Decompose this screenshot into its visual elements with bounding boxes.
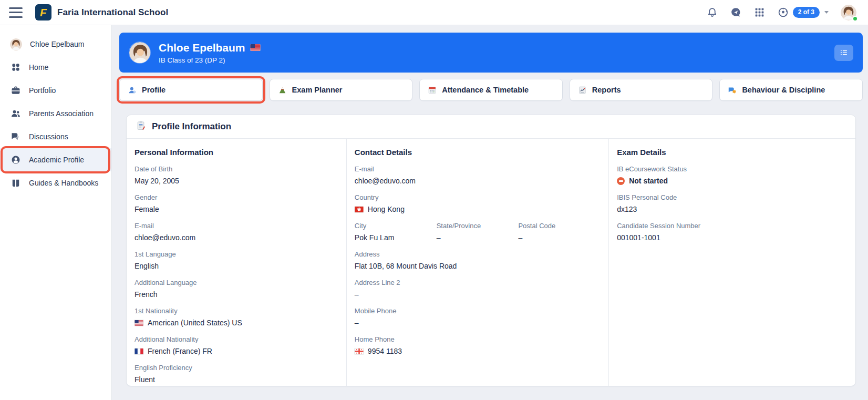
student-name: Chloe Epelbaum xyxy=(159,41,245,54)
school-name: Faria International School xyxy=(57,7,168,18)
logo-letter: F xyxy=(40,7,47,18)
sidebar-item-label: Discussions xyxy=(29,132,68,141)
field-1st-language: 1st Language English xyxy=(135,250,338,270)
student-class: IB Class of 23 (DP 2) xyxy=(159,56,261,64)
tab-behaviour-discipline[interactable]: Behaviour & Discipline xyxy=(719,79,863,101)
field-address-line-2: Address Line 2 – xyxy=(355,279,600,299)
faria-logo-icon: F xyxy=(35,4,51,20)
hong-kong-flag-icon xyxy=(355,207,364,212)
field-country: Country Hong Kong xyxy=(355,193,600,213)
tab-reports[interactable]: Reports xyxy=(570,79,713,101)
top-bar: F Faria International School 2 of 3 xyxy=(0,0,868,25)
card-body: Personal Information Date of Birth May 2… xyxy=(127,139,855,386)
field-date-of-birth: Date of Birth May 20, 2005 xyxy=(135,165,338,185)
sidebar: Chloe Epelbaum Home Portfolio Parents As… xyxy=(0,25,112,400)
field-mobile-phone: Mobile Phone – xyxy=(355,307,600,327)
sidebar-item-label: Home xyxy=(29,63,48,71)
sidebar-item-guides-handbooks[interactable]: Guides & Handbooks xyxy=(0,171,111,194)
sidebar-item-academic-profile[interactable]: Academic Profile xyxy=(0,148,111,171)
field-postal-code: Postal Code – xyxy=(518,222,600,242)
language-count-badge: 2 of 3 xyxy=(793,7,820,17)
mountain-icon xyxy=(278,86,287,95)
speech-bubbles-icon xyxy=(728,86,737,95)
home-grid-icon xyxy=(10,62,21,73)
messages-icon[interactable] xyxy=(730,7,742,18)
georgia-flag-icon xyxy=(355,348,364,354)
online-status-dot xyxy=(852,16,858,22)
chevron-down-icon xyxy=(824,11,829,14)
student-tabs: Profile Exam Planner Attendance & Timeta… xyxy=(119,79,863,101)
field-additional-language: Additional Language French xyxy=(135,279,338,299)
profile-person-icon xyxy=(128,86,137,95)
field-address: Address Flat 10B, 68 Mount Davis Road xyxy=(355,250,600,270)
us-flag-icon xyxy=(250,44,261,51)
account-switcher[interactable]: 2 of 3 xyxy=(778,7,829,18)
field-additional-nationality: Additional Nationality French (France) F… xyxy=(135,335,338,355)
sidebar-item-label: Parents Association xyxy=(29,109,94,118)
personal-information-column: Personal Information Date of Birth May 2… xyxy=(127,139,347,386)
main-content: Chloe Epelbaum IB Class of 23 (DP 2) Pro… xyxy=(112,25,868,400)
tab-label: Behaviour & Discipline xyxy=(742,86,825,94)
calendar-icon xyxy=(428,86,437,95)
tab-profile[interactable]: Profile xyxy=(119,79,263,101)
section-title: Exam Details xyxy=(617,148,847,157)
field-candidate-session-number: Candidate Session Number 001001-1001 xyxy=(617,222,847,242)
annotation-box-tab xyxy=(117,76,265,104)
profile-information-card: Profile Information Personal Information… xyxy=(126,115,856,386)
student-avatar-icon xyxy=(10,38,22,50)
contact-details-column: Contact Details E-mail chloe@eduvo.com C… xyxy=(347,139,609,386)
field-state-province: State/Province – xyxy=(437,222,519,242)
chat-bubbles-icon xyxy=(10,131,21,142)
field-ibis-personal-code: IBIS Personal Code dx123 xyxy=(617,193,847,213)
card-title: Profile Information xyxy=(152,121,231,132)
card-header: Profile Information xyxy=(127,115,855,139)
tab-label: Attendance & Timetable xyxy=(442,86,529,94)
topbar-actions: 2 of 3 xyxy=(707,5,856,20)
section-title: Personal Information xyxy=(135,148,338,157)
field-home-phone: Home Phone 9954 1183 xyxy=(355,335,600,355)
field-ib-ecoursework-status: IB eCoursework Status Not started xyxy=(617,165,847,185)
clipboard-icon xyxy=(136,120,146,133)
student-photo xyxy=(129,42,151,64)
city-state-postal-row: City Pok Fu Lam State/Province – Postal … xyxy=(355,222,600,250)
sidebar-item-parents-association[interactable]: Parents Association xyxy=(0,102,111,125)
france-flag-icon xyxy=(135,348,143,354)
sidebar-item-label: Guides & Handbooks xyxy=(29,179,98,187)
tab-label: Exam Planner xyxy=(292,86,343,94)
minus-circle-status-icon xyxy=(617,177,625,185)
field-1st-nationality: 1st Nationality American (United States)… xyxy=(135,307,338,327)
field-gender: Gender Female xyxy=(135,193,338,213)
sidebar-item-label: Academic Profile xyxy=(29,156,84,164)
report-chart-icon xyxy=(578,86,587,95)
apps-grid-icon[interactable] xyxy=(754,7,766,18)
tab-label: Reports xyxy=(592,86,621,94)
book-icon xyxy=(10,178,21,189)
user-avatar[interactable] xyxy=(841,5,856,20)
tab-exam-planner[interactable]: Exam Planner xyxy=(270,79,413,101)
sidebar-item-discussions[interactable]: Discussions xyxy=(0,125,111,148)
hamburger-menu-icon[interactable] xyxy=(9,7,23,18)
sidebar-item-label: Chloe Epelbaum xyxy=(30,40,85,48)
sidebar-item-student[interactable]: Chloe Epelbaum xyxy=(0,33,111,56)
list-view-button[interactable] xyxy=(834,45,853,61)
field-city: City Pok Fu Lam xyxy=(355,222,437,242)
field-email: E-mail chloe@eduvo.com xyxy=(135,222,338,242)
people-icon xyxy=(10,108,21,119)
school-brand[interactable]: F Faria International School xyxy=(35,4,168,20)
person-circle-icon xyxy=(10,155,21,166)
field-english-proficiency: English Proficiency Fluent xyxy=(135,364,338,384)
globe-icon xyxy=(778,7,789,18)
sidebar-item-home[interactable]: Home xyxy=(0,56,111,79)
us-flag-icon xyxy=(135,320,143,326)
field-contact-email: E-mail chloe@eduvo.com xyxy=(355,165,600,185)
sidebar-item-portfolio[interactable]: Portfolio xyxy=(0,79,111,102)
tab-label: Profile xyxy=(142,86,166,94)
notifications-bell-icon[interactable] xyxy=(707,7,718,18)
briefcase-icon xyxy=(10,85,21,96)
exam-details-column: Exam Details IB eCoursework Status Not s… xyxy=(609,139,855,386)
sidebar-item-label: Portfolio xyxy=(29,86,56,95)
status-text: Not started xyxy=(629,177,668,185)
tab-attendance-timetable[interactable]: Attendance & Timetable xyxy=(419,79,563,101)
section-title: Contact Details xyxy=(355,148,600,157)
student-header: Chloe Epelbaum IB Class of 23 (DP 2) xyxy=(119,33,863,73)
